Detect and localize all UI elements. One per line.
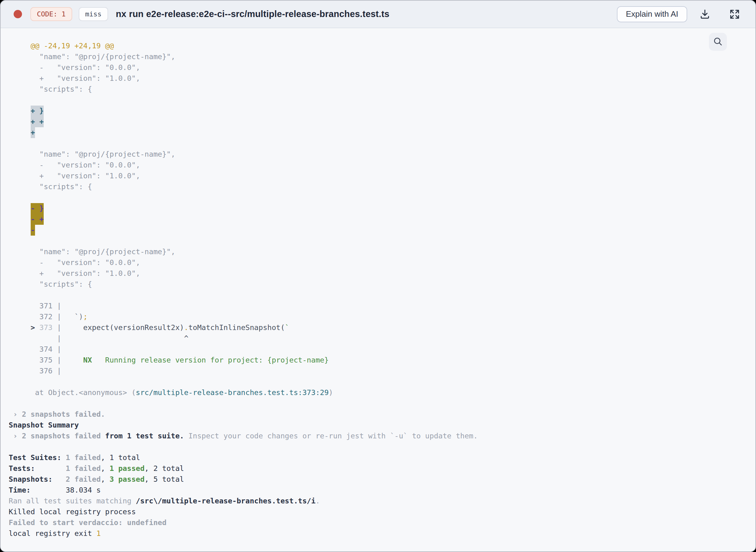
explain-with-ai-button[interactable]: Explain with AI	[617, 6, 687, 22]
terminal-panel: @@ -24,19 +24,19 @@ "name": "@proj/{proj…	[1, 28, 755, 551]
search-icon	[713, 36, 723, 48]
download-icon	[699, 8, 711, 20]
status-dot	[14, 10, 22, 18]
download-button[interactable]	[696, 6, 713, 23]
run-header: CODE: 1 miss nx run e2e-release:e2e-ci--…	[1, 1, 755, 28]
cache-miss-badge: miss	[79, 7, 108, 21]
exit-code-badge: CODE: 1	[30, 7, 72, 21]
expand-icon	[729, 8, 741, 20]
fullscreen-button[interactable]	[726, 6, 743, 23]
run-output-window: CODE: 1 miss nx run e2e-release:e2e-ci--…	[0, 0, 756, 552]
run-title: nx run e2e-release:e2e-ci--src/multiple-…	[116, 9, 390, 19]
terminal-output: @@ -24,19 +24,19 @@ "name": "@proj/{proj…	[1, 28, 755, 545]
search-button[interactable]	[709, 33, 727, 51]
